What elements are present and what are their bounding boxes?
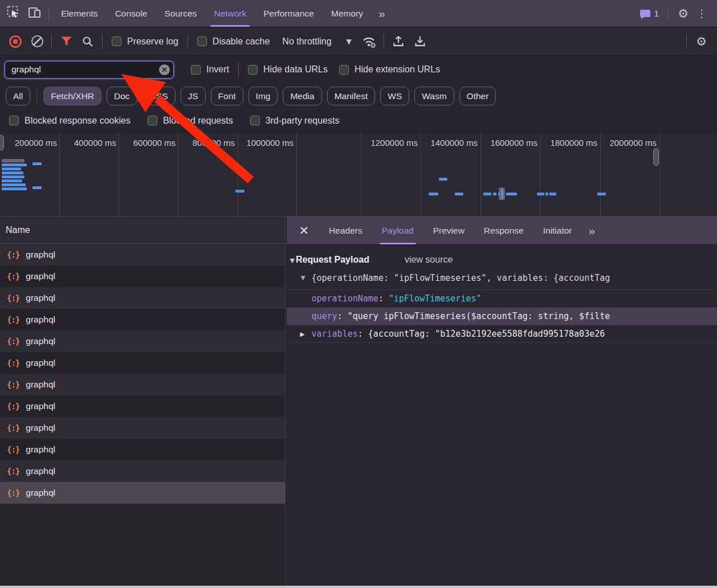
filter-chip-fetch-xhr[interactable]: Fetch/XHR (43, 87, 101, 105)
throttling-value: No throttling (282, 36, 331, 47)
tab-memory[interactable]: Memory (323, 0, 372, 27)
filter-chip-img[interactable]: Img (248, 87, 278, 105)
detail-tab-preview[interactable]: Preview (423, 217, 474, 244)
request-row[interactable]: {:}graphql (0, 460, 285, 482)
json-icon: {:} (7, 358, 19, 368)
payload-value: "ipFlowTimeseries" (389, 293, 482, 304)
checkbox-box (248, 65, 258, 75)
name-column-header[interactable]: Name (0, 217, 285, 244)
payload-key: variables (312, 329, 358, 339)
tab-network[interactable]: Network (205, 0, 255, 27)
disable-cache-checkbox[interactable]: Disable cache (192, 36, 276, 47)
divider (36, 89, 37, 104)
filter-funnel-icon[interactable] (55, 32, 77, 51)
blocked-response-cookies-label: Blocked response cookies (25, 116, 131, 126)
hide-extension-urls-checkbox[interactable]: Hide extension URLs (333, 64, 446, 75)
expand-triangle-icon[interactable]: ▼ (301, 274, 305, 281)
timeline-handle[interactable] (0, 135, 4, 150)
view-source-link[interactable]: view source (405, 255, 453, 265)
request-row[interactable]: {:}graphql (0, 352, 285, 374)
json-icon: {:} (7, 402, 19, 411)
request-name: graphql (26, 466, 55, 476)
request-name: graphql (26, 250, 55, 260)
device-toolbar-icon[interactable] (28, 6, 42, 21)
request-row[interactable]: {:}graphql (0, 244, 285, 266)
request-row[interactable]: {:}graphql (0, 330, 285, 352)
request-row[interactable]: {:}graphql (0, 266, 285, 287)
waterfall-bar (439, 178, 447, 181)
waterfall-bar (455, 193, 463, 195)
kebab-menu-icon[interactable]: ⋮ (694, 7, 711, 19)
request-row[interactable]: {:}graphql (0, 417, 285, 439)
payload-row-query[interactable]: query: "query ipFlowTimeseries($accountT… (287, 308, 717, 325)
request-name: graphql (26, 358, 55, 368)
filter-chip-wasm[interactable]: Wasm (414, 87, 454, 105)
search-icon[interactable] (77, 32, 99, 51)
checkbox-box (250, 116, 260, 125)
detail-tab-initiator[interactable]: Initiator (533, 217, 582, 244)
request-row[interactable]: {:}graphql (0, 395, 285, 417)
clear-button[interactable] (26, 32, 48, 51)
network-overview-timeline[interactable]: 200000 ms400000 ms600000 ms800000 ms1000… (0, 133, 717, 217)
more-tabs-icon[interactable]: » (372, 7, 391, 21)
request-row[interactable]: {:}graphql (0, 374, 285, 395)
import-har-icon[interactable] (388, 32, 409, 51)
filter-chip-ws[interactable]: WS (380, 87, 409, 105)
close-detail-icon[interactable]: ✕ (287, 224, 320, 238)
record-button[interactable] (5, 32, 26, 51)
clear-filter-icon[interactable]: ✕ (159, 64, 170, 75)
network-conditions-icon[interactable] (358, 32, 380, 51)
timeline-gridline (119, 133, 119, 216)
waterfall-bar (32, 186, 42, 189)
divider (686, 34, 687, 49)
detail-tab-payload[interactable]: Payload (372, 217, 423, 244)
filter-chip-js[interactable]: JS (181, 87, 206, 105)
blocked-requests-checkbox[interactable]: Blocked requests (142, 116, 239, 126)
payload-row-variables[interactable]: ▶ variables: {accountTag: "b12e3b2192ee5… (287, 325, 717, 343)
request-name: graphql (26, 271, 55, 281)
request-row[interactable]: {:}graphql (0, 482, 285, 504)
tab-sources[interactable]: Sources (156, 0, 206, 27)
preserve-log-checkbox[interactable]: Preserve log (106, 36, 184, 47)
tab-elements[interactable]: Elements (52, 0, 107, 27)
checkbox-box (9, 116, 19, 125)
request-row[interactable]: {:}graphql (0, 287, 285, 309)
export-har-icon[interactable] (409, 32, 431, 51)
filter-chip-other[interactable]: Other (459, 87, 496, 105)
invert-checkbox[interactable]: Invert (185, 64, 235, 75)
tab-performance[interactable]: Performance (255, 0, 323, 27)
filter-chip-all[interactable]: All (6, 87, 30, 105)
filter-chip-font[interactable]: Font (211, 87, 243, 105)
timeline-tick-label: 1000000 ms (246, 138, 294, 148)
timeline-gridline (480, 133, 481, 216)
filter-chip-media[interactable]: Media (283, 87, 321, 105)
payload-row-operationName[interactable]: operationName: "ipFlowTimeseries" (287, 290, 717, 308)
request-row[interactable]: {:}graphql (0, 309, 285, 330)
timeline-tick-label: 1800000 ms (550, 138, 597, 148)
settings-gear-icon[interactable]: ⚙ (672, 7, 694, 21)
collapse-triangle-icon[interactable]: ▼ (290, 257, 295, 264)
throttling-dropdown[interactable]: No throttling ▼ (275, 36, 358, 47)
blocked-response-cookies-checkbox[interactable]: Blocked response cookies (3, 116, 136, 126)
detail-tab-headers[interactable]: Headers (319, 217, 372, 244)
payload-preview-line[interactable]: ▼ {operationName: "ipFlowTimeseries", va… (287, 270, 717, 290)
detail-more-tabs-icon[interactable]: » (582, 224, 601, 238)
tab-console[interactable]: Console (107, 0, 156, 27)
payload-value: "query ipFlowTimeseries($accountTag: str… (348, 311, 610, 321)
filter-chip-doc[interactable]: Doc (107, 87, 137, 105)
filter-input[interactable] (5, 61, 174, 79)
network-settings-gear-icon[interactable]: ⚙ (690, 35, 712, 48)
filter-chip-manifest[interactable]: Manifest (327, 87, 376, 105)
issues-button[interactable]: 1 (634, 9, 665, 18)
timeline-tick-label: 600000 ms (133, 138, 176, 148)
third-party-requests-checkbox[interactable]: 3rd-party requests (245, 116, 345, 126)
expand-triangle-icon[interactable]: ▶ (300, 325, 305, 343)
detail-tab-response[interactable]: Response (474, 217, 533, 244)
inspect-element-icon[interactable] (7, 6, 20, 21)
filter-chip-css[interactable]: CSS (142, 87, 176, 105)
request-row[interactable]: {:}graphql (0, 439, 285, 460)
payload-value: {accountTag: "b12e3b2192ee5588fdad995178… (368, 329, 605, 339)
request-name: graphql (26, 423, 55, 433)
hide-data-urls-checkbox[interactable]: Hide data URLs (242, 64, 333, 75)
timeline-handle[interactable] (653, 148, 659, 166)
